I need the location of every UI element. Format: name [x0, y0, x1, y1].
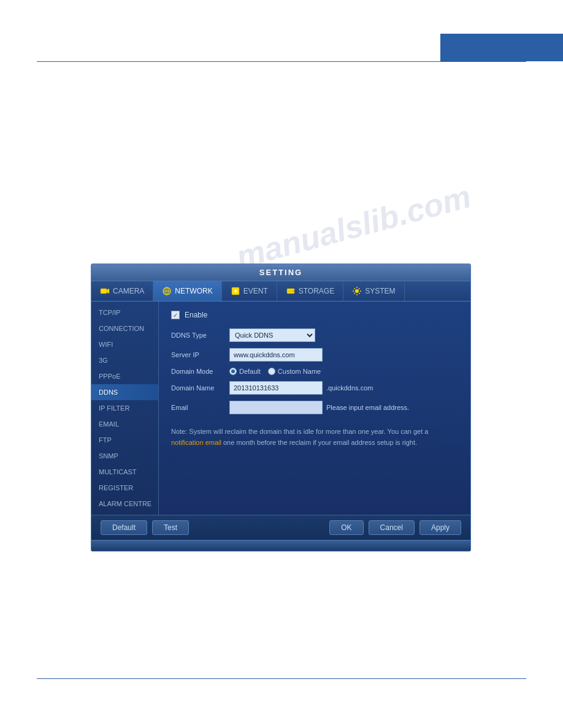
- svg-marker-1: [107, 289, 109, 294]
- svg-point-12: [355, 289, 359, 293]
- email-placeholder-text: Please input email address.: [326, 404, 409, 411]
- top-divider-line: [37, 61, 526, 62]
- sidebar-item-multicast[interactable]: MULTICAST: [91, 464, 158, 480]
- tab-system[interactable]: SYSTEM: [343, 281, 404, 301]
- note-highlight: notification email: [171, 439, 221, 446]
- watermark-text: manualslib.com: [232, 178, 475, 276]
- server-ip-input[interactable]: [229, 348, 323, 362]
- server-ip-row: Server IP: [171, 348, 458, 362]
- domain-mode-radio-group: Default Custom Name: [229, 368, 321, 375]
- domain-name-input[interactable]: [229, 381, 323, 395]
- tab-event-label: EVENT: [243, 287, 268, 295]
- sidebar-item-alarm-centre[interactable]: ALARM CENTRE: [91, 496, 158, 512]
- sidebar-item-register[interactable]: REGISTER: [91, 480, 158, 496]
- top-right-accent: [440, 34, 563, 61]
- dialog-title: SETTING: [91, 264, 470, 281]
- sidebar-item-ftp[interactable]: FTP: [91, 432, 158, 448]
- sidebar-item-tcpip[interactable]: TCP/IP: [91, 305, 158, 320]
- ddns-type-label: DDNS Type: [171, 332, 229, 339]
- note-line2: one month before the reclaim if your ema…: [223, 439, 417, 446]
- sidebar-item-snmp[interactable]: SNMP: [91, 448, 158, 464]
- sidebar-item-connection[interactable]: CONNECTION: [91, 320, 158, 336]
- note-line1: Note: System will reclaim the domain tha…: [171, 428, 428, 435]
- tab-camera-label: CAMERA: [113, 287, 144, 295]
- sidebar-item-ipfilter[interactable]: IP FILTER: [91, 400, 158, 416]
- ddns-panel: ✓ Enable DDNS Type Quick DDNS NO-IP DynD…: [159, 301, 470, 515]
- content-area: TCP/IP CONNECTION WIFI 3G PPPoE DDNS IP …: [91, 301, 470, 515]
- tab-camera[interactable]: CAMERA: [91, 281, 153, 301]
- apply-button[interactable]: Apply: [419, 520, 461, 535]
- radio-custom[interactable]: Custom Name: [268, 368, 321, 375]
- tab-bar: CAMERA NETWORK EVENT STORAGE SYSTEM: [91, 281, 470, 301]
- ddns-type-row: DDNS Type Quick DDNS NO-IP DynDNS: [171, 328, 458, 342]
- sidebar-item-ddns[interactable]: DDNS: [91, 384, 158, 400]
- domain-mode-row: Domain Mode Default Custom Name: [171, 368, 458, 375]
- enable-label: Enable: [185, 311, 207, 319]
- tab-network-label: NETWORK: [175, 287, 212, 295]
- tab-storage[interactable]: STORAGE: [277, 281, 343, 301]
- email-input[interactable]: [229, 401, 323, 414]
- sidebar-item-wifi[interactable]: WIFI: [91, 336, 158, 352]
- button-bar-left: Default Test: [101, 520, 189, 535]
- note-container: Note: System will reclaim the domain tha…: [171, 427, 441, 448]
- system-icon: [352, 286, 362, 296]
- email-row: Email Please input email address.: [171, 401, 458, 414]
- domain-name-label: Domain Name: [171, 384, 229, 392]
- radio-default-label: Default: [239, 368, 261, 375]
- server-ip-label: Server IP: [171, 351, 229, 358]
- button-bar-right: OK Cancel Apply: [329, 520, 461, 535]
- domain-mode-label: Domain Mode: [171, 368, 229, 375]
- svg-rect-0: [101, 289, 107, 294]
- cancel-button[interactable]: Cancel: [369, 520, 415, 535]
- sidebar-item-pppoe[interactable]: PPPoE: [91, 368, 158, 384]
- network-icon: [162, 286, 172, 296]
- domain-name-row: Domain Name .quickddns.com: [171, 381, 458, 395]
- event-icon: [231, 286, 240, 296]
- domain-suffix: .quickddns.com: [326, 384, 373, 392]
- radio-default-circle[interactable]: [229, 368, 237, 375]
- sidebar: TCP/IP CONNECTION WIFI 3G PPPoE DDNS IP …: [91, 301, 159, 515]
- radio-default[interactable]: Default: [229, 368, 261, 375]
- ddns-type-select[interactable]: Quick DDNS NO-IP DynDNS: [229, 328, 315, 342]
- email-label: Email: [171, 404, 229, 411]
- bottom-divider-line: [37, 678, 526, 679]
- sidebar-item-email[interactable]: EMAIL: [91, 416, 158, 432]
- default-button[interactable]: Default: [101, 520, 147, 535]
- enable-checkbox[interactable]: ✓: [171, 311, 180, 319]
- storage-icon: [286, 286, 296, 296]
- tab-event[interactable]: EVENT: [222, 281, 277, 301]
- test-button[interactable]: Test: [152, 520, 189, 535]
- enable-row: ✓ Enable: [171, 311, 458, 319]
- svg-point-10: [292, 290, 294, 292]
- tab-system-label: SYSTEM: [365, 287, 395, 295]
- camera-icon: [100, 286, 110, 296]
- radio-custom-label: Custom Name: [278, 368, 321, 375]
- sidebar-item-3g[interactable]: 3G: [91, 352, 158, 368]
- radio-custom-circle[interactable]: [268, 368, 275, 375]
- tab-storage-label: STORAGE: [299, 287, 334, 295]
- footer-bar: [91, 540, 470, 551]
- settings-dialog: SETTING CAMERA NETWORK EVENT STORAGE: [91, 264, 471, 552]
- tab-network[interactable]: NETWORK: [153, 281, 221, 301]
- button-bar: Default Test OK Cancel Apply: [91, 515, 470, 540]
- ok-button[interactable]: OK: [329, 520, 363, 535]
